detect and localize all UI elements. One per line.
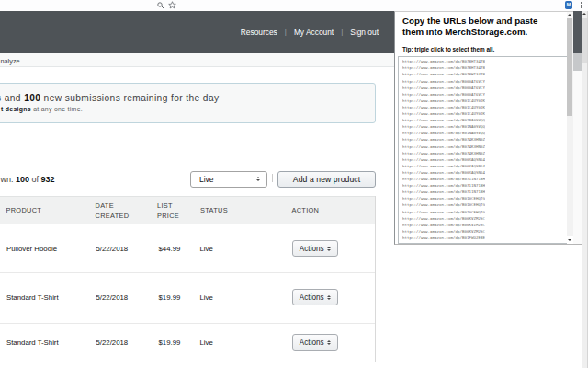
my-account-link[interactable]: My Account bbox=[294, 28, 334, 37]
extension-icon[interactable]: M bbox=[565, 1, 573, 9]
popup-tip: Tip: triple click to select them all. bbox=[402, 46, 494, 52]
add-new-product-button[interactable]: Add a new product bbox=[277, 171, 376, 189]
status-filter-select[interactable]: Live bbox=[190, 171, 267, 188]
column-header-price-line1: LIST bbox=[157, 201, 173, 210]
popup-title: Copy the URLs below and paste them into … bbox=[402, 16, 537, 37]
actions-updown-icon bbox=[327, 247, 331, 251]
status-value: Live bbox=[200, 245, 213, 253]
page-scroll-up-arrow-icon[interactable] bbox=[582, 13, 587, 15]
column-header-date-line1: DATE bbox=[96, 201, 114, 210]
actions-updown-icon bbox=[327, 295, 331, 300]
submissions-notice: s and 100 new submissions remaining for … bbox=[0, 83, 376, 123]
header-separator: | bbox=[285, 28, 287, 36]
resources-link[interactable]: Resources bbox=[241, 28, 277, 37]
select-updown-icon bbox=[256, 177, 260, 181]
column-header-price-line2: PRICE bbox=[157, 212, 179, 220]
page-scrollbar[interactable] bbox=[582, 11, 588, 368]
column-header-action: ACTION bbox=[292, 206, 320, 214]
tab-analyze[interactable]: nalyze bbox=[1, 57, 20, 65]
extension-popup: Copy the URLs below and paste them into … bbox=[394, 11, 582, 245]
controls-divider bbox=[272, 174, 273, 183]
browser-menu-icon[interactable] bbox=[581, 2, 582, 8]
popup-scrollbar-track-shade bbox=[573, 53, 582, 71]
product-name: Standard T-Shirt bbox=[6, 293, 59, 302]
scroll-up-arrow-icon[interactable] bbox=[567, 12, 573, 18]
column-header-status: STATUS bbox=[200, 206, 228, 214]
header-separator: | bbox=[341, 28, 343, 36]
products-table: PRODUCT DATE CREATED LIST PRICE STATUS A… bbox=[0, 196, 376, 362]
date-created: 5/22/2018 bbox=[96, 293, 129, 302]
page-scrollbar-thumb[interactable] bbox=[582, 18, 587, 63]
screen: M Resources | My Account | Sign out naly… bbox=[0, 0, 588, 368]
scroll-down-arrow-icon[interactable] bbox=[567, 236, 573, 243]
actions-button[interactable]: Actions bbox=[292, 289, 338, 305]
products-shown-count: wn: 100 of 932 bbox=[1, 175, 55, 184]
date-created: 5/22/2018 bbox=[96, 339, 129, 347]
table-header: PRODUCT DATE CREATED LIST PRICE STATUS A… bbox=[0, 196, 375, 224]
status-value: Live bbox=[200, 293, 213, 302]
actions-updown-icon bbox=[327, 340, 331, 345]
bookmark-star-icon[interactable] bbox=[168, 1, 176, 9]
notice-line1: s and 100 new submissions remaining for … bbox=[0, 93, 220, 103]
table-row: Pullover Hoodie 5/22/2018 $44.99 Live Ac… bbox=[0, 224, 375, 272]
product-name: Pullover Hoodie bbox=[6, 245, 57, 253]
sign-out-link[interactable]: Sign out bbox=[350, 28, 379, 37]
search-icon[interactable] bbox=[157, 2, 164, 9]
submissions-remaining-count: 100 bbox=[24, 93, 40, 103]
tab-bar: nalyze bbox=[0, 53, 394, 67]
popup-scrollbar-thumb[interactable] bbox=[573, 11, 582, 53]
browser-toolbar: M bbox=[0, 0, 588, 11]
scrollbar-thumb[interactable] bbox=[567, 18, 572, 117]
site-header: Resources | My Account | Sign out bbox=[0, 11, 394, 53]
column-header-date-line2: CREATED bbox=[96, 212, 130, 220]
popup-inner-scrollbar[interactable] bbox=[567, 12, 573, 244]
date-created: 5/22/2018 bbox=[96, 245, 129, 253]
url-list: https://www.amazon.com/dp/B078HT3478 htt… bbox=[402, 58, 573, 244]
status-filter-value: Live bbox=[199, 175, 256, 184]
url-textarea[interactable]: https://www.amazon.com/dp/B078HT3478 htt… bbox=[398, 56, 574, 245]
status-value: Live bbox=[200, 339, 213, 347]
header-links: Resources | My Account | Sign out bbox=[241, 11, 379, 53]
column-header-product: PRODUCT bbox=[6, 206, 42, 214]
popup-scrollbar[interactable] bbox=[573, 11, 582, 244]
actions-button[interactable]: Actions bbox=[292, 240, 338, 257]
actions-button[interactable]: Actions bbox=[292, 334, 338, 351]
list-price: $19.99 bbox=[159, 293, 181, 302]
product-name: Standard T-Shirt bbox=[6, 339, 59, 347]
list-price: $44.99 bbox=[159, 245, 181, 253]
table-row: Standard T-Shirt 5/22/2018 $19.99 Live A… bbox=[0, 272, 375, 323]
list-price: $19.99 bbox=[159, 339, 181, 347]
table-row: Standard T-Shirt 5/22/2018 $19.99 Live A… bbox=[0, 323, 375, 362]
notice-line2: t designs at any one time. bbox=[1, 106, 83, 112]
